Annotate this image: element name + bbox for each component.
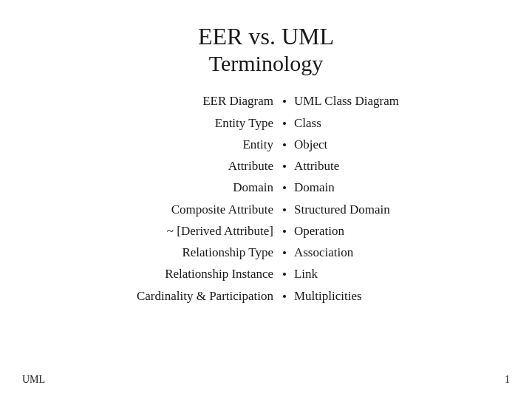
bullet-dot: • [282,264,287,285]
title-block: EER vs. UML Terminology [198,22,334,77]
right-row-item: Link [294,263,457,284]
left-row-item: EER Diagram [75,90,273,112]
left-column: EER DiagramEntity TypeEntityAttributeDom… [75,90,282,306]
right-row-item: Object [294,134,457,155]
right-row-item: UML Class Diagram [294,90,457,112]
left-row-item: Domain [75,177,273,198]
right-column: UML Class DiagramClassObjectAttributeDom… [294,90,457,306]
left-row-item: ~ [Derived Attribute] [75,220,273,242]
slide: EER vs. UML Terminology EER DiagramEntit… [0,0,532,399]
bullet-dot: • [282,177,287,199]
bullet-dot: • [282,91,287,112]
left-row-item: Entity Type [75,112,273,134]
bullet-dot: • [282,113,287,134]
content-table: EER DiagramEntity TypeEntityAttributeDom… [0,90,532,307]
bullet-dot: • [282,200,287,221]
left-row-item: Cardinality & Participation [75,285,273,307]
footer-page: 1 [505,374,510,386]
bullet-dot: • [282,134,287,156]
right-row-item: Association [294,242,457,263]
bullet-dot: • [282,286,287,307]
left-row-item: Relationship Instance [75,263,273,284]
left-row-item: Attribute [75,155,273,177]
sub-title: Terminology [198,50,334,77]
right-row-item: Operation [294,220,457,242]
right-row-item: Domain [294,177,457,198]
bullet-column: •••••••••• [282,90,294,307]
bullet-dot: • [282,221,287,242]
right-row-item: Class [294,112,457,134]
right-row-item: Multiplicities [294,285,457,307]
bullet-dot: • [282,156,287,177]
main-title: EER vs. UML [198,22,334,50]
footer-label: UML [22,374,45,386]
left-row-item: Entity [75,134,273,155]
right-row-item: Structured Domain [294,199,457,220]
left-row-item: Relationship Type [75,242,273,263]
left-row-item: Composite Attribute [75,199,273,220]
right-row-item: Attribute [294,155,457,177]
bullet-dot: • [282,242,287,264]
footer: UML 1 [0,374,532,386]
